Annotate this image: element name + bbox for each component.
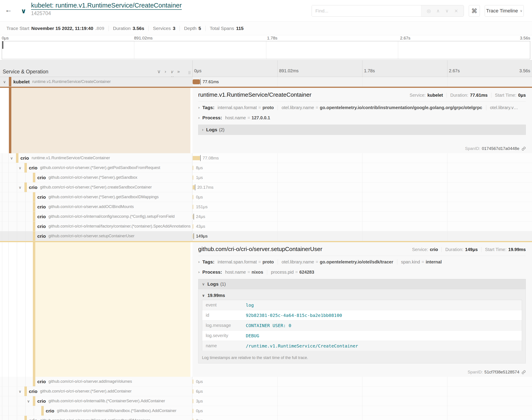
log-field-row: log.message CONTAINER USER: 0 <box>202 320 522 331</box>
collapse-trace-icon[interactable]: ∨ <box>21 7 26 15</box>
span-duration-bar[interactable] <box>193 389 193 393</box>
row-gridline <box>447 173 447 182</box>
span-duration-bar[interactable] <box>193 156 200 160</box>
span-row[interactable]: criogithub.com/cri-o/cri-o/server.(*Serv… <box>0 416 532 420</box>
tree-indent-guide <box>2 231 2 241</box>
trace-id: 1425704 <box>31 10 182 16</box>
span-duration-bar[interactable] <box>193 419 193 420</box>
service-color-bar <box>33 202 35 211</box>
tree-indent-guide <box>2 163 2 173</box>
tree-indent-guide <box>8 377 9 386</box>
prev-match-icon[interactable]: ∧ <box>436 8 440 14</box>
tag-item: span.kind=internal <box>397 259 442 265</box>
tag-item: internal.span.format=proto <box>218 105 274 110</box>
row-gridline <box>447 163 447 173</box>
span-operation-name: github.com/cri-o/cri-o/internal/factory/… <box>49 224 191 229</box>
service-color-bar <box>33 396 35 406</box>
tag-item: otel.library.name=go.opentelemetry.io/ot… <box>278 259 393 265</box>
tree-indent-guide <box>8 192 9 202</box>
minimap-drag-handle[interactable] <box>2 41 3 49</box>
collapse-children-icon[interactable]: ∨ <box>3 80 6 84</box>
find-input[interactable] <box>312 5 421 16</box>
span-duration-bar[interactable] <box>193 166 193 170</box>
span-row[interactable]: ∨criogithub.com/cri-o/cri-o/internal/lib… <box>0 396 532 406</box>
span-operation-name: github.com/cri-o/cri-o/server.(*Server).… <box>49 195 159 199</box>
span-duration-bar[interactable] <box>193 399 193 403</box>
back-arrow-icon[interactable]: ← <box>5 6 12 14</box>
minimap-span-mark-teal <box>8 45 14 46</box>
summary-item: Total Spans115 <box>205 26 248 31</box>
row-gridline <box>277 182 278 192</box>
chevron-down-icon: ∨ <box>202 282 205 286</box>
span-duration-bar[interactable] <box>193 79 200 84</box>
view-selector-button[interactable]: Trace Timeline ∨ <box>485 5 524 17</box>
tree-indent-guide <box>2 416 2 420</box>
collapse-children-icon[interactable]: ∨ <box>19 389 21 394</box>
span-duration-bar[interactable] <box>193 224 193 228</box>
span-row[interactable]: criogithub.com/cri-o/cri-o/server.(*Serv… <box>0 173 532 182</box>
tags-row[interactable]: › Tags: internal.span.format=protootel.l… <box>198 257 526 267</box>
tree-indent-guide <box>8 202 9 211</box>
span-duration-bar[interactable] <box>193 234 193 238</box>
minimap-tick: 1.78s <box>267 36 277 41</box>
next-match-icon[interactable]: ∨ <box>445 8 449 14</box>
span-row[interactable]: ∨crioruntime.v1.RuntimeService/CreateCon… <box>0 153 532 163</box>
top-bar: ← ∨ kubelet: runtime.v1.RuntimeService/C… <box>0 0 532 22</box>
span-duration-bar[interactable] <box>193 409 193 413</box>
minimap-canvas[interactable] <box>2 41 530 59</box>
span-duration-bar[interactable] <box>193 379 193 384</box>
span-row[interactable]: criogithub.com/cri-o/cri-o/internal/conf… <box>0 212 532 222</box>
span-row[interactable]: criogithub.com/cri-o/cri-o/internal/lib/… <box>0 406 532 416</box>
process-row[interactable]: › Process: host.name=127.0.0.1 <box>198 113 526 123</box>
span-duration-bar[interactable] <box>193 175 193 180</box>
process-row[interactable]: › Process: host.name=nixosprocess.pid=62… <box>198 267 526 277</box>
tags-row[interactable]: › Tags: internal.span.format=protootel.l… <box>198 103 526 113</box>
span-row[interactable]: ∨criogithub.com/cri-o/cri-o/server.(*Ser… <box>0 163 532 173</box>
keyboard-shortcuts-button[interactable]: ⌘ <box>469 5 480 17</box>
span-row[interactable]: criogithub.com/cri-o/cri-o/server.setupC… <box>0 231 532 241</box>
column-resize-handle[interactable] <box>189 71 190 74</box>
copy-link-icon[interactable] <box>522 370 526 374</box>
span-operation-name: github.com/cri-o/cri-o/server.(*Server).… <box>40 165 160 170</box>
span-duration-bar[interactable] <box>193 214 193 219</box>
span-duration-bar[interactable] <box>193 185 195 189</box>
logs-accordion-open[interactable]: ∨ Logs (1) <box>198 279 526 289</box>
chevron-right-icon: › <box>198 116 200 120</box>
span-row[interactable]: criogithub.com/cri-o/cri-o/server.(*Serv… <box>0 192 532 202</box>
service-color-bar <box>33 222 35 231</box>
span-duration-bar[interactable] <box>193 205 193 209</box>
tree-indent-guide <box>2 192 2 202</box>
collapse-children-icon[interactable]: ∨ <box>19 166 21 170</box>
collapse-children-icon[interactable]: ∨ <box>10 156 13 160</box>
copy-link-icon[interactable] <box>522 147 526 151</box>
span-row[interactable]: criogithub.com/cri-o/cri-o/server.addIma… <box>0 377 532 387</box>
span-operation-name: github.com/cri-o/cri-o/server.addOCIBind… <box>49 204 134 209</box>
span-duration-bar[interactable] <box>193 195 193 199</box>
span-row[interactable]: ∨criogithub.com/cri-o/cri-o/server.(*Ser… <box>0 387 532 396</box>
clear-find-icon[interactable]: × <box>454 8 458 14</box>
service-color-bar <box>16 153 18 163</box>
summary-item: Depth5 <box>180 26 205 31</box>
minimap-tick: 3.56s <box>520 36 530 41</box>
span-detail-kubelet: runtime.v1.RuntimeService/CreateContaine… <box>0 87 532 153</box>
tree-indent-guide <box>8 163 9 173</box>
trace-title-link[interactable]: kubelet: runtime.v1.RuntimeService/Creat… <box>31 1 182 10</box>
span-operation-name: github.com/cri-o/cri-o/server.(*Server).… <box>49 175 137 180</box>
tree-indent-guide <box>2 202 2 211</box>
tree-indent-guide <box>25 231 26 241</box>
chevron-right-icon: › <box>198 270 200 274</box>
collapse-children-icon[interactable]: ∨ <box>19 185 21 190</box>
span-row[interactable]: criogithub.com/cri-o/cri-o/internal/fact… <box>0 222 532 231</box>
row-gridline <box>277 416 278 420</box>
log-field-value: log <box>246 300 522 310</box>
detail-meta: Service:kubeletDuration:77.61msStart Tim… <box>409 93 526 98</box>
locate-icon[interactable]: ◎ <box>427 8 431 14</box>
tree-indent-guide <box>25 396 26 406</box>
log-entry-header[interactable]: ∨ 19.99ms <box>202 291 522 300</box>
span-row[interactable]: ∨kubeletruntime.v1.RuntimeService/Create… <box>0 77 532 87</box>
row-gridline <box>277 396 278 406</box>
logs-accordion[interactable]: › Logs (2) <box>198 125 526 135</box>
span-row[interactable]: ∨criogithub.com/cri-o/cri-o/server.(*Ser… <box>0 182 532 192</box>
span-row[interactable]: criogithub.com/cri-o/cri-o/server.addOCI… <box>0 202 532 212</box>
collapse-children-icon[interactable]: ∨ <box>27 399 30 403</box>
